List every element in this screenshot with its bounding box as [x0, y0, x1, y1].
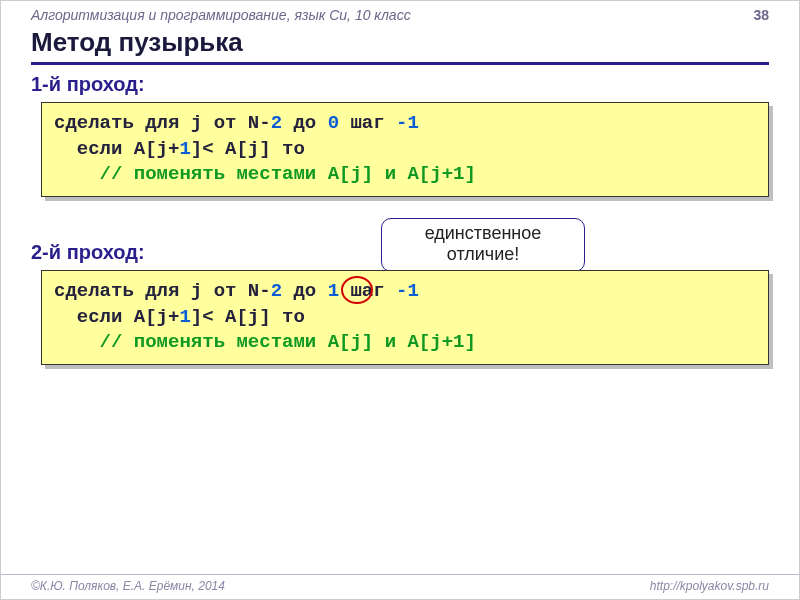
highlighted-one: 1 — [328, 280, 339, 302]
slide: Алгоритмизация и программирование, язык … — [0, 0, 800, 600]
callout: единственное отличие! — [381, 218, 601, 272]
pass1-heading: 1-й проход: — [31, 73, 799, 96]
footer-authors: ©К.Ю. Поляков, Е.А. Ерёмин, 2014 — [31, 579, 225, 593]
slide-header: Алгоритмизация и программирование, язык … — [1, 1, 799, 23]
slide-footer: ©К.Ю. Поляков, Е.А. Ерёмин, 2014 http://… — [1, 574, 799, 597]
callout-text: единственное отличие! — [425, 223, 542, 264]
footer-url: http://kpolyakov.spb.ru — [650, 579, 769, 593]
code-block-2: сделать для j от N-2 до 1 шаг -1 если A[… — [41, 270, 769, 365]
page-number: 38 — [753, 7, 769, 23]
slide-title: Метод пузырька — [31, 27, 769, 65]
course-label: Алгоритмизация и программирование, язык … — [31, 7, 411, 23]
code-block-1: сделать для j от N-2 до 0 шаг -1 если A[… — [41, 102, 769, 197]
